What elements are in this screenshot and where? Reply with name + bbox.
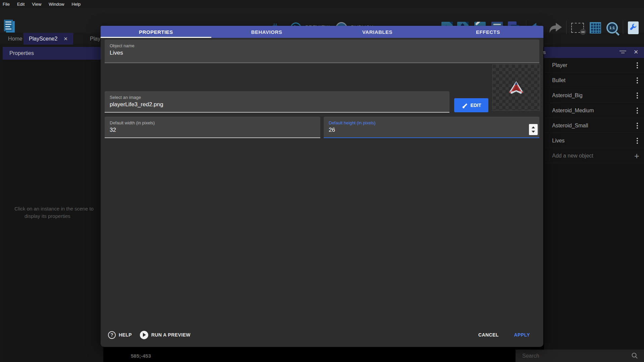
dialog-footer: ? HELP RUN A PREVIEW CANCEL APPLY <box>101 323 543 347</box>
ship-sprite-image <box>508 80 525 95</box>
edit-image-button[interactable]: EDIT <box>454 98 488 112</box>
tab-properties[interactable]: PROPERTIES <box>101 26 211 38</box>
brush-icon <box>462 102 468 108</box>
object-row-lives[interactable]: Lives <box>544 133 644 148</box>
object-row-asteroid-medium[interactable]: Asteroid_Medium <box>544 103 644 118</box>
menu-file[interactable]: File <box>3 2 13 7</box>
stepper-down-icon[interactable] <box>532 131 535 133</box>
grid-icon[interactable] <box>589 20 602 35</box>
default-height-label: Default height (in pixels) <box>329 120 375 125</box>
add-new-object-button[interactable]: Add a new object + <box>544 148 644 163</box>
apply-button[interactable]: APPLY <box>510 329 534 340</box>
object-search-bar <box>516 350 644 362</box>
default-height-input[interactable] <box>329 127 523 133</box>
redo-icon[interactable] <box>547 20 563 35</box>
setup-wrench-icon[interactable] <box>627 20 640 35</box>
close-tab-icon[interactable]: ✕ <box>63 36 68 42</box>
zoom-1-1-icon[interactable]: 1:1 <box>604 20 620 35</box>
number-stepper[interactable] <box>529 124 538 135</box>
default-width-label: Default width (in pixels) <box>110 120 155 125</box>
close-panel-icon[interactable]: ✕ <box>634 49 638 56</box>
object-row-bullet[interactable]: Bullet <box>544 73 644 88</box>
object-name-input[interactable] <box>110 50 501 56</box>
default-height-field: Default height (in pixels) <box>324 117 539 138</box>
object-name-field: Object name <box>105 40 539 63</box>
objects-panel: Objects ✕ Player Bullet Asteroid_Big Ast… <box>544 47 644 350</box>
cancel-button[interactable]: CANCEL <box>474 329 503 340</box>
sprite-preview[interactable] <box>492 64 540 111</box>
select-image-value[interactable]: playerLife3_red2.png <box>110 101 420 108</box>
filter-icon[interactable] <box>620 51 626 55</box>
object-row-asteroid-big[interactable]: Asteroid_Big <box>544 88 644 103</box>
help-icon: ? <box>108 331 116 339</box>
tab-variables[interactable]: VARIABLES <box>322 26 433 38</box>
select-image-field[interactable]: Select an image playerLife3_red2.png <box>105 91 449 113</box>
dialog-tab-bar: PROPERTIES BEHAVIORS VARIABLES EFFECTS <box>101 26 543 38</box>
object-properties-dialog: PROPERTIES BEHAVIORS VARIABLES EFFECTS O… <box>101 26 543 347</box>
properties-panel-title: Properties <box>3 47 103 60</box>
stepper-up-icon[interactable] <box>532 126 535 128</box>
kebab-menu-icon[interactable] <box>635 91 639 100</box>
properties-panel: Properties Click on an instance in the s… <box>3 47 103 362</box>
menu-edit[interactable]: Edit <box>13 2 28 7</box>
menu-view[interactable]: View <box>28 2 45 7</box>
kebab-menu-icon[interactable] <box>635 106 639 115</box>
plus-icon: + <box>634 153 639 159</box>
object-row-player[interactable]: Player <box>544 58 644 73</box>
kebab-menu-icon[interactable] <box>635 76 639 85</box>
help-button[interactable]: ? HELP <box>108 331 132 339</box>
menu-bar: File Edit View Window Help <box>0 0 644 8</box>
run-preview-button[interactable]: RUN A PREVIEW <box>140 331 191 339</box>
kebab-menu-icon[interactable] <box>635 61 639 70</box>
cursor-coordinates: 585;-453 <box>131 353 151 359</box>
tab-behaviors[interactable]: BEHAVIORS <box>211 26 322 38</box>
tab-playscene2[interactable]: PlayScene2 ✕ <box>23 33 73 45</box>
menu-window[interactable]: Window <box>45 2 68 7</box>
menu-help[interactable]: Help <box>68 2 85 7</box>
objects-panel-header: Objects ✕ <box>544 47 644 58</box>
default-width-field: Default width (in pixels) <box>105 117 320 138</box>
object-row-asteroid-small[interactable]: Asteroid_Small <box>544 118 644 133</box>
kebab-menu-icon[interactable] <box>635 121 639 130</box>
gdevelop-window: 585;-453 File Edit View Window Help <box>0 0 644 362</box>
select-image-label: Select an image <box>110 95 141 100</box>
kebab-menu-icon[interactable] <box>635 136 639 145</box>
default-width-input[interactable] <box>110 127 304 133</box>
object-name-label: Object name <box>110 43 135 48</box>
play-icon <box>140 331 148 339</box>
clear-selection-icon[interactable] <box>569 20 586 35</box>
search-input[interactable] <box>522 353 623 359</box>
tab-effects[interactable]: EFFECTS <box>433 26 543 38</box>
search-icon <box>631 352 638 359</box>
